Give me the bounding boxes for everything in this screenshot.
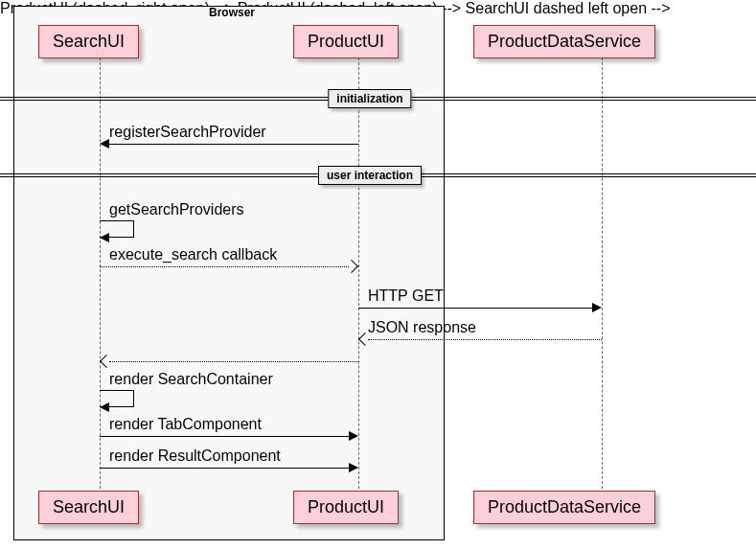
- arrowhead-renderresultcomponent: [349, 463, 358, 472]
- msg-rendersearchcontainer: render SearchContainer: [109, 371, 273, 388]
- divider-initialization-label: initialization: [328, 89, 411, 108]
- lifeline-searchui: [100, 57, 101, 489]
- arrowhead-httpget: [592, 303, 602, 312]
- participant-productui-top: ProductUI: [293, 25, 399, 58]
- participant-productui-bottom: ProductUI: [293, 491, 399, 524]
- arrowhead-rendersearchcontainer: [100, 402, 109, 412]
- arrowhead-registersearchprovider: [100, 139, 109, 149]
- msg-renderresultcomponent: render ResultComponent: [109, 447, 281, 465]
- arrow-httpget: [358, 308, 592, 309]
- divider-userinteraction-label: user interaction: [318, 166, 422, 185]
- group-browser-label: Browser: [209, 6, 255, 19]
- arrow-renderresultcomponent: [100, 468, 349, 469]
- arrowhead-rendertabcomponent: [349, 431, 358, 441]
- msg-rendertabcomponent: render TabComponent: [109, 416, 262, 433]
- lifeline-productdataservice: [602, 57, 603, 489]
- arrow-return-to-searchui: [109, 361, 358, 362]
- arrow-registersearchprovider: [109, 144, 358, 145]
- msg-executesearchcallback: execute_search callback: [109, 246, 277, 264]
- participant-searchui-bottom: SearchUI: [38, 491, 139, 524]
- arrow-executesearchcallback: [100, 266, 349, 267]
- msg-jsonresponse: JSON response: [368, 319, 476, 336]
- sequence-diagram: Browser SearchUI ProductUI ProductDataSe…: [0, 0, 756, 550]
- msg-registersearchprovider: registerSearchProvider: [109, 124, 266, 141]
- participant-productdataservice-bottom: ProductDataService: [473, 491, 655, 524]
- lifeline-productui: [358, 57, 359, 489]
- msg-httpget: HTTP GET: [368, 287, 444, 305]
- participant-searchui-top: SearchUI: [38, 25, 139, 58]
- arrow-jsonresponse: [368, 339, 602, 340]
- msg-getsearchproviders: getSearchProviders: [109, 201, 244, 218]
- arrowhead-getsearchproviders: [100, 233, 109, 242]
- participant-productdataservice-top: ProductDataService: [473, 25, 655, 58]
- arrow-rendertabcomponent: [100, 436, 349, 437]
